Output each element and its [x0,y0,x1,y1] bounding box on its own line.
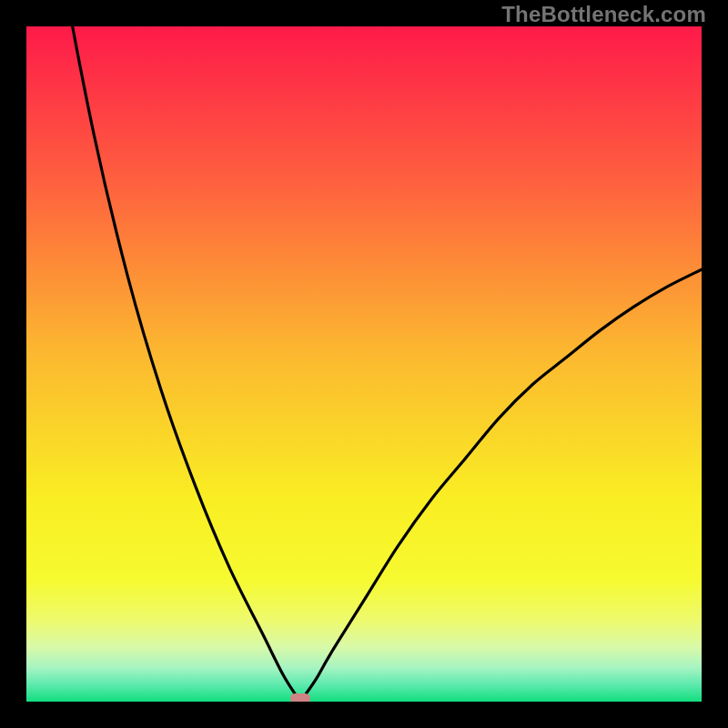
chart-frame: TheBottleneck.com [0,0,728,728]
optimum-marker [290,693,310,702]
watermark-text: TheBottleneck.com [501,2,706,27]
plot-area [26,26,702,702]
bottleneck-curve [26,26,702,702]
